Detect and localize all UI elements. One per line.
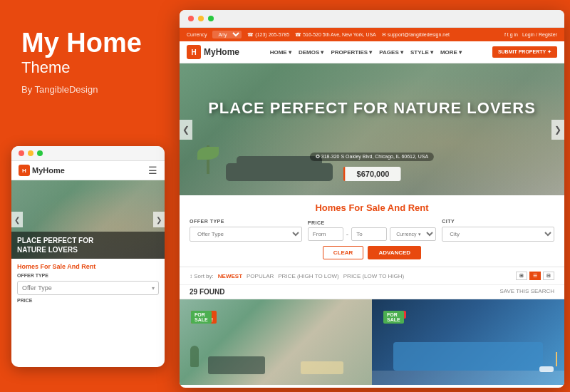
browser-top-bar [180, 10, 564, 28]
nav-more[interactable]: MORE ▾ [440, 49, 462, 56]
site-topbar: Currency Any ☎ (123) 265-5785 ☎ 516-520 … [180, 28, 564, 41]
hero-plant [201, 138, 215, 174]
left-panel: My Home Theme By TangibleDesign H MyHome… [0, 0, 177, 392]
price-dash: - [346, 230, 348, 238]
mobile-mockup: H MyHome ☰ ❮ ❯ PLACE PERFECT FORNATURE L… [11, 146, 165, 367]
price-from-input[interactable] [308, 227, 343, 241]
view-list-icon[interactable]: ☰ [529, 272, 541, 280]
sort-label: ↕ Sort by: [190, 273, 214, 279]
currency-selector[interactable]: Any [212, 31, 242, 38]
search-row: OFFER TYPE Offer Type PRICE - Currency ▾… [190, 219, 554, 242]
mobile-dot-yellow [28, 150, 33, 156]
price-label: PRICE [308, 220, 436, 225]
site-hero: PLACE PERFECT FOR NATURE LOVERS ✪ 318-32… [180, 63, 564, 195]
offer-type-col: OFFER TYPE Offer Type [190, 219, 302, 242]
mobile-price-label: PRICE [17, 298, 159, 303]
site-logo[interactable]: H MyHome [187, 45, 239, 59]
offer-type-label: OFFER TYPE [190, 219, 302, 224]
site-logo-text: MyHome [204, 47, 239, 57]
results-count-bar: 29 FOUND SAVE THIS SEARCH [180, 285, 564, 299]
clear-button[interactable]: CLEAR [323, 246, 364, 259]
mobile-logo-icon: H [19, 165, 30, 176]
city-label: CITY [442, 219, 554, 224]
theme-title: My Home [21, 29, 155, 58]
pool-deck [372, 371, 564, 385]
theme-author: By TangibleDesign [21, 84, 155, 95]
hero-address: ✪ 318-320 S Oakley Blvd, Chicago, IL 606… [310, 153, 434, 161]
card-table [301, 361, 343, 374]
mobile-dot-red [19, 150, 24, 156]
hero-sofa [237, 156, 322, 181]
results-sort: ↕ Sort by: NEWEST POPULAR PRICE (HIGH TO… [190, 273, 404, 279]
hero-price-badge: $670,000 [343, 167, 401, 181]
save-search-link[interactable]: SAVE THIS SEARCH [499, 288, 554, 296]
view-grid-icon[interactable]: ⊞ [516, 272, 527, 280]
mobile-navbar: H MyHome ☰ [11, 161, 165, 180]
mobile-logo: H MyHome [19, 165, 65, 176]
site-nav-links: HOME ▾ DEMOS ▾ PROPERTIES ▾ PAGES ▾ STYL… [270, 49, 462, 56]
site-topbar-left: Currency Any ☎ (123) 265-5785 ☎ 516-520 … [187, 31, 450, 38]
price-col: PRICE - Currency ▾ [308, 220, 436, 241]
browser-mockup: Currency Any ☎ (123) 265-5785 ☎ 516-520 … [180, 10, 564, 388]
browser-dot-yellow [198, 16, 204, 21]
price-currency-select[interactable]: Currency ▾ [390, 227, 436, 241]
site-topbar-right: f t g in Login / Register [504, 32, 557, 37]
price-to-input[interactable] [351, 227, 387, 241]
nav-pages[interactable]: PAGES ▾ [379, 49, 403, 56]
property-card-1[interactable]: HOT OFFER! FOR SALE [180, 299, 372, 385]
offer-type-select[interactable]: Offer Type [190, 227, 302, 242]
mobile-hero: ❮ ❯ PLACE PERFECT FORNATURE LOVERS [11, 180, 165, 259]
search-section: Homes For Sale And Rent OFFER TYPE Offer… [180, 195, 564, 267]
site-navbar: H MyHome HOME ▾ DEMOS ▾ PROPERTIES ▾ PAG… [180, 41, 564, 63]
hero-heading: PLACE PERFECT FOR NATURE LOVERS [180, 99, 564, 118]
sort-price-low[interactable]: PRICE (LOW TO HIGH) [343, 273, 405, 279]
results-count: 29 FOUND [190, 288, 224, 296]
mobile-hero-text: PLACE PERFECT FORNATURE LOVERS [17, 236, 159, 254]
hero-next-button[interactable]: ❯ [551, 120, 564, 140]
pool-umbrella [556, 352, 557, 366]
price-range: - Currency ▾ [308, 227, 436, 241]
card-sofa [208, 356, 265, 374]
mobile-offer-select-wrapper: Offer Type [17, 280, 159, 295]
topbar-phone1: ☎ (123) 265-5785 [247, 32, 289, 38]
browser-dot-green [208, 16, 214, 21]
mobile-top-bar [11, 146, 165, 161]
hamburger-icon[interactable]: ☰ [148, 165, 157, 176]
nav-style[interactable]: STYLE ▾ [410, 49, 433, 56]
theme-subtitle: Theme [21, 58, 155, 77]
badge-for-sale-1: FOR SALE [191, 311, 212, 324]
submit-property-button[interactable]: SUBMIT PROPERTY ✦ [492, 46, 557, 58]
mobile-offer-type-select[interactable]: Offer Type [17, 281, 159, 295]
mobile-prev-button[interactable]: ❮ [11, 212, 23, 227]
mobile-dot-green [37, 150, 43, 156]
search-buttons: CLEAR ADVANCED [190, 246, 554, 259]
search-title: Homes For Sale And Rent [190, 202, 554, 213]
results-bar: ↕ Sort by: NEWEST POPULAR PRICE (HIGH TO… [180, 267, 564, 285]
mobile-hero-overlay: PLACE PERFECT FORNATURE LOVERS [11, 232, 165, 259]
mobile-offer-label: OFFER TYPE [17, 273, 159, 278]
social-icons: f t g in [504, 32, 518, 37]
sort-price-high[interactable]: PRICE (HIGH TO LOW) [278, 273, 339, 279]
sort-popular[interactable]: POPULAR [247, 273, 274, 279]
property-cards-row: HOT OFFER! FOR SALE SOLD! FOR SALE [180, 299, 564, 385]
login-link[interactable]: Login / Register [522, 32, 557, 37]
property-card-2[interactable]: SOLD! FOR SALE [372, 299, 564, 385]
topbar-email: ✉ support@tangibledesign.net [382, 32, 450, 38]
site-logo-icon: H [187, 45, 201, 59]
pool-water [393, 342, 543, 371]
hero-prev-button[interactable]: ❮ [180, 120, 192, 140]
sort-newest[interactable]: NEWEST [218, 273, 242, 279]
nav-home[interactable]: HOME ▾ [270, 49, 291, 56]
view-map-icon[interactable]: ⊟ [543, 272, 554, 280]
mobile-search-title: Homes For Sale And Rent [17, 263, 159, 270]
nav-demos[interactable]: DEMOS ▾ [299, 49, 324, 56]
browser-dot-red [188, 16, 194, 21]
topbar-currency-label: Currency [187, 32, 207, 37]
card-plant [190, 346, 199, 367]
hero-plant-leaf [197, 147, 219, 160]
advanced-button[interactable]: ADVANCED [368, 246, 421, 259]
city-select[interactable]: City [442, 227, 554, 242]
view-icons: ⊞ ☰ ⊟ [516, 272, 554, 280]
nav-properties[interactable]: PROPERTIES ▾ [331, 49, 373, 56]
mobile-next-button[interactable]: ❯ [153, 212, 165, 227]
